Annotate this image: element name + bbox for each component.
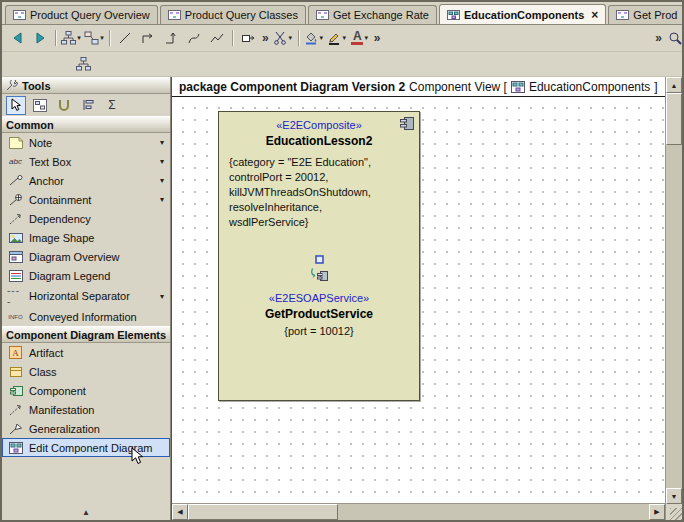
tab-get-prod[interactable]: Get Prod — [608, 5, 682, 24]
palette-item-dependency[interactable]: Dependency — [2, 209, 170, 228]
tools-icon — [6, 80, 18, 91]
zoom-button[interactable] — [664, 28, 684, 48]
back-button[interactable] — [6, 28, 28, 48]
palette-item-diagram-overview[interactable]: Diagram Overview — [2, 247, 170, 266]
horizontal-scroll-track[interactable] — [188, 504, 649, 520]
anchor-icon — [9, 175, 23, 187]
dropdown-icon[interactable]: ▾ — [160, 292, 164, 301]
image-shape-icon — [9, 232, 23, 244]
drag-tool-button[interactable] — [54, 96, 74, 115]
diagram-tab-icon — [316, 9, 329, 21]
svg-text:A: A — [12, 348, 19, 358]
scissors-icon — [273, 31, 287, 45]
cut-button[interactable]: ▾ — [272, 28, 294, 48]
scroll-up-icon: ▲ — [671, 82, 678, 89]
display-related-elements-button[interactable] — [72, 54, 94, 74]
component-educationlesson2[interactable]: «E2EComposite» EducationLesson2 {categor… — [218, 111, 420, 401]
diagram-palette: Tools Σ Common — [2, 77, 171, 520]
dependency-icon — [9, 213, 23, 225]
toolbar-separator — [106, 30, 113, 46]
common-section-header[interactable]: Common — [2, 116, 170, 133]
palette-item-image-shape[interactable]: Image Shape — [2, 228, 170, 247]
containment-tree-button[interactable]: ▾ — [60, 28, 82, 48]
vertical-scroll-thumb[interactable] — [666, 93, 682, 145]
component-icon — [9, 385, 23, 397]
palette-item-class[interactable]: Class — [2, 362, 170, 381]
palette-item-component[interactable]: Component — [2, 381, 170, 400]
component-symbol-icon — [399, 116, 415, 131]
palette-item-conveyed-information[interactable]: INFO Conveyed Information — [2, 307, 170, 326]
vertical-scrollbar[interactable]: ▲ ▼ — [665, 77, 682, 520]
palette-item-horizontal-separator[interactable]: ---- Horizontal Separator ▾ — [2, 285, 170, 307]
dropdown-icon[interactable]: ▾ — [160, 195, 164, 204]
note-icon — [9, 137, 23, 149]
palette-item-manifestation[interactable]: Manifestation — [2, 400, 170, 419]
related-elements-button[interactable]: ▾ — [83, 28, 105, 48]
component-diagram-elements-section-header[interactable]: Component Diagram Elements — [2, 326, 170, 343]
line-color-button[interactable]: ▾ — [326, 28, 348, 48]
palette-item-artifact[interactable]: A Artifact — [2, 343, 170, 362]
window-resize-grip[interactable] — [670, 508, 682, 520]
palette-item-note[interactable]: Note ▾ — [2, 133, 170, 152]
palette-item-edit-component-diagram[interactable]: Edit Component Diagram — [2, 438, 170, 457]
zigzag-path-button[interactable] — [206, 28, 228, 48]
palette-item-text-box[interactable]: abc Text Box ▾ — [2, 152, 170, 171]
align-tool-button[interactable] — [78, 96, 98, 115]
scroll-right-icon: ▶ — [654, 508, 659, 516]
part-component-icon — [309, 266, 329, 283]
elements-header-label: Component Diagram Elements — [6, 329, 166, 341]
curved-path-button[interactable] — [183, 28, 205, 48]
diagram-grid[interactable]: «E2EComposite» EducationLesson2 {categor… — [172, 97, 665, 503]
tab-product-query-overview[interactable]: Product Query Overview — [5, 5, 158, 24]
scroll-left-button[interactable]: ◀ — [172, 504, 188, 520]
pencil-icon — [327, 31, 341, 45]
horizontal-scrollbar[interactable]: ◀ ▶ — [172, 503, 665, 520]
forward-arrow-icon — [34, 32, 47, 44]
palette-item-label: Diagram Overview — [29, 251, 119, 263]
dropdown-icon[interactable]: ▾ — [160, 157, 164, 166]
scroll-up-button[interactable]: ▲ — [666, 77, 682, 93]
font-color-swatch — [351, 42, 363, 45]
sum-tool-button[interactable]: Σ — [102, 96, 122, 115]
vertical-scroll-track[interactable] — [666, 93, 682, 488]
zigzag-line-icon — [210, 31, 224, 45]
palette-scroll-up-button[interactable]: ▲ — [2, 504, 170, 520]
tools-section-header[interactable]: Tools — [2, 77, 170, 94]
toolbar-overflow-icon[interactable]: » — [653, 31, 664, 45]
palette-item-diagram-legend[interactable]: Diagram Legend — [2, 266, 170, 285]
palette-item-anchor[interactable]: Anchor ▾ — [2, 171, 170, 190]
diagram-canvas-area: package Component Diagram Version 2 Comp… — [171, 77, 682, 520]
toolbar-overflow-icon[interactable]: » — [260, 31, 271, 45]
shape-arrow-button[interactable] — [237, 28, 259, 48]
bent-path-button[interactable] — [160, 28, 182, 48]
tab-product-query-classes[interactable]: Product Query Classes — [160, 5, 306, 24]
nested-service-block[interactable]: «E2ESOAPService» GetProductService {port… — [219, 292, 419, 337]
horizontal-scroll-thumb[interactable] — [188, 504, 338, 520]
property-line: killJVMThreadsOnShutdown, — [229, 185, 419, 200]
component-properties: {category = "E2E Education", controlPort… — [229, 155, 419, 230]
font-color-button[interactable]: A ▾ — [349, 28, 371, 48]
scroll-right-button[interactable]: ▶ — [649, 504, 665, 520]
horizontal-separator-icon: ---- — [7, 285, 24, 307]
palette-item-label: Manifestation — [29, 404, 94, 416]
dropdown-icon[interactable]: ▾ — [160, 138, 164, 147]
palette-item-label: Horizontal Separator — [29, 290, 130, 302]
tab-educationcomponents[interactable]: EducationComponents × — [439, 4, 606, 24]
rectilinear-path-button[interactable] — [137, 28, 159, 48]
palette-item-containment[interactable]: Containment ▾ — [2, 190, 170, 209]
dropdown-icon: ▾ — [364, 34, 368, 42]
scroll-down-button[interactable]: ▼ — [666, 488, 682, 504]
toolbar-overflow-icon[interactable]: » — [372, 31, 383, 45]
mini-diagram-icon — [33, 99, 47, 112]
selection-tool-button[interactable] — [6, 96, 26, 115]
property-line: wsdlPerService} — [229, 215, 419, 230]
dropdown-icon[interactable]: ▾ — [160, 176, 164, 185]
palette-item-generalization[interactable]: Generalization — [2, 419, 170, 438]
forward-button[interactable] — [29, 28, 51, 48]
fill-color-button[interactable]: ▾ — [303, 28, 325, 48]
select-in-tree-tool-button[interactable] — [30, 96, 50, 115]
tab-get-exchange-rate[interactable]: Get Exchange Rate — [308, 5, 437, 24]
oblique-path-button[interactable] — [114, 28, 136, 48]
tab-close-icon[interactable]: × — [591, 8, 598, 22]
nested-part-symbols[interactable] — [219, 254, 419, 283]
